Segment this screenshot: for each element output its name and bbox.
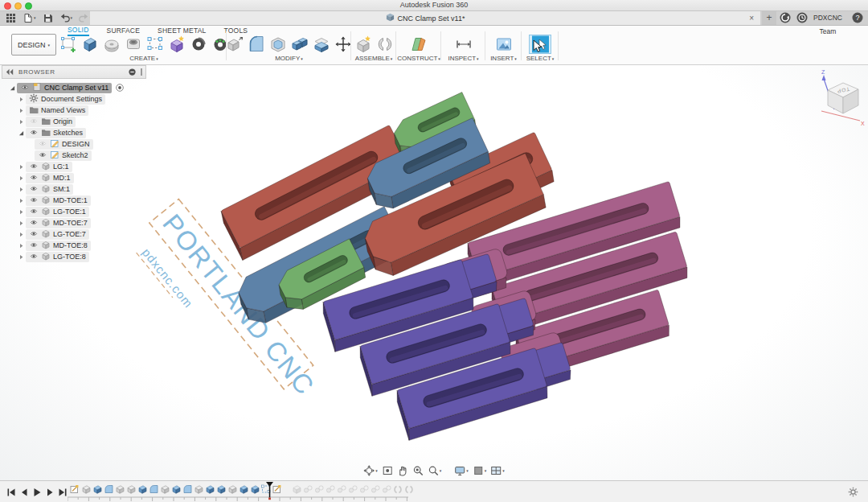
primitives-button[interactable] — [166, 35, 187, 53]
browser-item-sketch2[interactable]: Sketch2 — [2, 150, 146, 161]
expand-arrow[interactable] — [17, 163, 26, 171]
help-button[interactable]: ? — [852, 12, 863, 27]
close-tab-button[interactable]: × — [749, 11, 754, 25]
grid-settings-button[interactable]: ▾ — [473, 465, 487, 476]
display-settings-button[interactable]: ▾ — [454, 465, 469, 476]
step-back-button[interactable] — [19, 486, 29, 500]
visibility-eye-icon[interactable] — [20, 84, 30, 93]
browser-item-lg-toe-1[interactable]: LG-TOE:1 — [2, 206, 146, 217]
browser-item-cnc-clamp-set-v11[interactable]: CNC Clamp Set v11 — [2, 82, 146, 93]
browser-header[interactable]: BROWSER — [2, 65, 146, 79]
viewports-button[interactable]: ▾ — [490, 465, 505, 476]
timeline-feature-extrude[interactable] — [170, 484, 181, 494]
expand-arrow[interactable] — [17, 118, 26, 126]
combine-button[interactable] — [289, 35, 310, 53]
visibility-eye-icon[interactable] — [29, 185, 39, 194]
browser-item-design[interactable]: DESIGN — [2, 138, 146, 150]
group-label-insert[interactable]: INSERT▾ — [485, 55, 522, 62]
timeline-feature-box[interactable] — [193, 484, 203, 494]
timeline-ruler[interactable] — [68, 496, 413, 502]
step-forward-button[interactable] — [45, 486, 55, 500]
browser-item-lg-1[interactable]: LG:1 — [2, 161, 146, 172]
save-button[interactable] — [40, 12, 55, 23]
browser-item-md-toe-1[interactable]: MD-TOE:1 — [2, 195, 146, 206]
timeline-feature-component-suppressed[interactable] — [302, 484, 313, 494]
timeline-feature-fillet[interactable] — [148, 484, 158, 494]
visibility-eye-icon[interactable] — [29, 253, 39, 261]
file-button[interactable]: ▾ — [20, 12, 39, 23]
revolve-button[interactable] — [101, 35, 122, 53]
browser-item-named-views[interactable]: Named Views — [2, 105, 146, 116]
expand-arrow[interactable] — [17, 242, 26, 249]
split-body-button[interactable] — [311, 35, 332, 53]
timeline-feature-component-suppressed[interactable] — [313, 484, 324, 494]
timeline-feature-extrude[interactable] — [238, 484, 248, 494]
group-label-construct[interactable]: CONSTRUCT▾ — [396, 55, 441, 62]
timeline-feature-joint-suppressed[interactable] — [392, 484, 403, 494]
extrude-button[interactable] — [80, 35, 100, 53]
browser-item-md-toe-8[interactable]: MD-TOE:8 — [2, 240, 146, 251]
timeline-feature-component-suppressed[interactable] — [358, 484, 369, 494]
create-sketch-button[interactable] — [58, 35, 79, 53]
apps-grid-button[interactable] — [3, 12, 18, 23]
visibility-eye-icon[interactable] — [29, 219, 39, 228]
timeline-feature-component-suppressed[interactable] — [336, 484, 346, 494]
expand-arrow[interactable] — [17, 96, 26, 103]
expand-arrow[interactable] — [17, 130, 26, 137]
insert-canvas-button[interactable] — [493, 35, 514, 53]
viewcube[interactable]: Z X TOP — [810, 68, 868, 130]
pan-button[interactable] — [397, 465, 408, 476]
document-tab[interactable]: CNC Clamp Set v11* × — [90, 11, 760, 25]
expand-arrow[interactable] — [17, 107, 26, 114]
timeline-playhead[interactable] — [265, 482, 274, 502]
workspace-selector[interactable]: DESIGN ▾ — [11, 34, 56, 56]
hole-button[interactable] — [123, 35, 144, 53]
visibility-eye-icon[interactable] — [29, 208, 39, 216]
play-button[interactable] — [32, 486, 42, 500]
new-tab-button[interactable]: + — [762, 11, 776, 25]
zoom-window-button[interactable]: ▾ — [428, 465, 442, 476]
timeline-feature-component-suppressed[interactable] — [370, 484, 380, 494]
visibility-eye-icon[interactable] — [29, 230, 39, 239]
expand-arrow[interactable] — [17, 208, 26, 216]
expand-arrow[interactable] — [17, 186, 26, 193]
press-pull-button[interactable] — [224, 35, 245, 53]
undo-button[interactable]: ▾ — [57, 12, 76, 23]
activate-component-radio[interactable] — [115, 83, 125, 93]
visibility-eye-icon[interactable] — [29, 196, 39, 205]
timeline-feature-joint-suppressed[interactable] — [403, 484, 414, 494]
expand-arrow[interactable] — [17, 231, 26, 238]
timeline-feature-box[interactable] — [114, 484, 125, 494]
timeline-feature-box-suppressed[interactable] — [291, 484, 301, 494]
visibility-eye-icon[interactable] — [29, 117, 39, 126]
visibility-eye-icon[interactable] — [29, 241, 39, 250]
timeline-feature-component-suppressed[interactable] — [347, 484, 358, 494]
expand-arrow[interactable] — [17, 175, 26, 182]
visibility-eye-icon[interactable] — [29, 163, 39, 171]
expand-arrow[interactable] — [17, 197, 26, 204]
look-at-button[interactable] — [382, 465, 393, 476]
shell-button[interactable] — [268, 35, 289, 53]
timeline-feature-extrude[interactable] — [92, 484, 102, 494]
visibility-eye-icon[interactable] — [38, 140, 47, 149]
timeline-feature-fillet[interactable] — [103, 484, 113, 494]
expand-arrow[interactable] — [17, 220, 26, 227]
skip-end-button[interactable] — [58, 486, 68, 500]
group-label-inspect[interactable]: INSPECT▾ — [441, 55, 485, 62]
skip-start-button[interactable] — [6, 486, 16, 500]
timeline-feature-extrude[interactable] — [215, 484, 226, 494]
collapse-panel-icon[interactable] — [6, 68, 14, 76]
fillet-button[interactable] — [246, 35, 267, 53]
browser-item-sm-1[interactable]: SM:1 — [2, 183, 146, 195]
visibility-eye-icon[interactable] — [29, 129, 39, 138]
timeline-feature-extrude[interactable] — [137, 484, 147, 494]
display-toggle-icon[interactable] — [128, 68, 137, 76]
timeline-feature-component-suppressed[interactable] — [381, 484, 391, 494]
timeline-feature-extrude[interactable] — [249, 484, 260, 494]
timeline-feature-box[interactable] — [159, 484, 170, 494]
browser-item-lg-toe-7[interactable]: LG-TOE:7 — [2, 228, 146, 240]
settings-gear-button[interactable] — [848, 486, 858, 500]
browser-item-md-toe-7[interactable]: MD-TOE:7 — [2, 217, 146, 228]
zoom-fit-button[interactable] — [412, 465, 424, 476]
team-name[interactable]: PDXCNC Team — [805, 11, 850, 39]
